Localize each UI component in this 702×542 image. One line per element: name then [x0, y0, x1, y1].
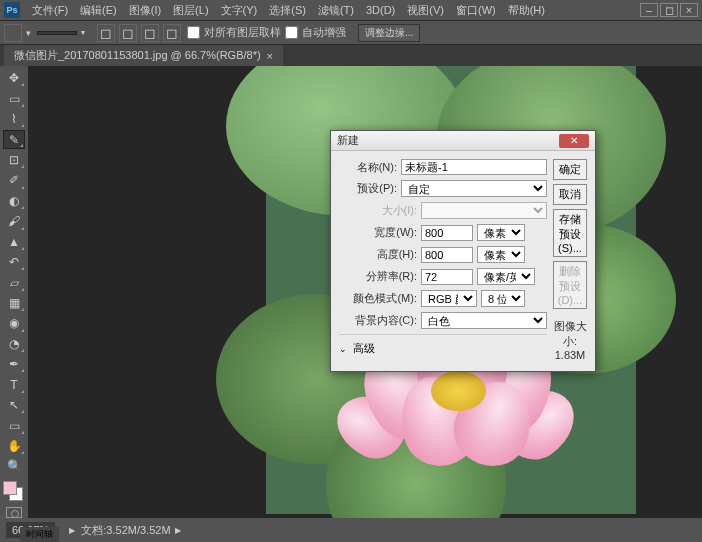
tools-panel: ✥ ▭ ⌇ ✎ ⊡ ✐ ◐ 🖌 ▲ ↶ ▱ ▦ ◉ ◔ ✒ T ↖ ▭ ✋ 🔍: [0, 66, 28, 518]
menubar: Ps 文件(F) 编辑(E) 图像(I) 图层(L) 文字(Y) 选择(S) 滤…: [0, 0, 702, 20]
background-select[interactable]: 白色: [421, 312, 547, 329]
sel-intersect-icon[interactable]: ◻: [163, 24, 181, 42]
image-size-label: 图像大小:: [553, 319, 587, 349]
brush-size-dropdown[interactable]: [37, 31, 77, 35]
current-tool-icon[interactable]: [4, 24, 22, 42]
document-tab[interactable]: 微信图片_20170801153801.jpg @ 66.7%(RGB/8*) …: [4, 45, 283, 66]
auto-enhance-label: 自动增强: [302, 25, 346, 40]
type-tool[interactable]: T: [3, 375, 25, 393]
menu-3d[interactable]: 3D(D): [360, 4, 401, 16]
refine-edge-button[interactable]: 调整边缘...: [358, 24, 420, 42]
ps-logo-icon: Ps: [4, 2, 20, 18]
dialog-title: 新建: [337, 133, 359, 148]
size-select: [421, 202, 547, 219]
menu-layer[interactable]: 图层(L): [167, 3, 214, 18]
color-mode-label: 颜色模式(M):: [339, 291, 417, 306]
width-input[interactable]: [421, 225, 473, 241]
height-input[interactable]: [421, 247, 473, 263]
preset-label: 预设(P):: [339, 181, 397, 196]
ok-button[interactable]: 确定: [553, 159, 587, 180]
document-tab-bar: 微信图片_20170801153801.jpg @ 66.7%(RGB/8*) …: [0, 44, 702, 66]
size-label: 大小(I):: [339, 203, 417, 218]
sel-sub-icon[interactable]: ◻: [141, 24, 159, 42]
brush-tool[interactable]: 🖌: [3, 212, 25, 230]
sel-add-icon[interactable]: ◻: [119, 24, 137, 42]
gradient-tool[interactable]: ▦: [3, 294, 25, 312]
preset-select[interactable]: 自定: [401, 180, 547, 197]
sample-all-layers-checkbox[interactable]: [187, 26, 200, 39]
marquee-tool[interactable]: ▭: [3, 89, 25, 107]
menu-help[interactable]: 帮助(H): [502, 3, 551, 18]
color-mode-select[interactable]: RGB 颜色: [421, 290, 477, 307]
pen-tool[interactable]: ✒: [3, 355, 25, 373]
bit-depth-select[interactable]: 8 位: [481, 290, 525, 307]
close-icon[interactable]: ×: [680, 3, 698, 17]
lasso-tool[interactable]: ⌇: [3, 110, 25, 128]
advanced-label[interactable]: 高级: [353, 341, 375, 356]
width-label: 宽度(W):: [339, 225, 417, 240]
menu-edit[interactable]: 编辑(E): [74, 3, 123, 18]
eraser-tool[interactable]: ▱: [3, 273, 25, 291]
save-preset-button[interactable]: 存储预设(S)...: [553, 209, 587, 257]
healing-brush-tool[interactable]: ◐: [3, 192, 25, 210]
move-tool[interactable]: ✥: [3, 69, 25, 87]
delete-preset-button: 删除预设(D)...: [553, 261, 587, 309]
shape-tool[interactable]: ▭: [3, 416, 25, 434]
menu-filter[interactable]: 滤镜(T): [312, 3, 360, 18]
status-bar: 66.67% ▶ 文档:3.52M/3.52M ▶: [0, 518, 702, 542]
resolution-input[interactable]: [421, 269, 473, 285]
sample-all-layers-label: 对所有图层取样: [204, 25, 281, 40]
document-tab-title: 微信图片_20170801153801.jpg @ 66.7%(RGB/8*): [14, 48, 261, 63]
name-label: 名称(N):: [339, 160, 397, 175]
document-info: 文档:3.52M/3.52M: [81, 523, 170, 538]
dodge-tool[interactable]: ◔: [3, 335, 25, 353]
timeline-tab[interactable]: 时间轴: [20, 527, 59, 542]
menu-image[interactable]: 图像(I): [123, 3, 167, 18]
tab-close-icon[interactable]: ×: [267, 50, 273, 62]
foreground-color-swatch[interactable]: [3, 481, 17, 495]
cancel-button[interactable]: 取消: [553, 184, 587, 205]
new-document-dialog: 新建 ✕ 名称(N): 预设(P): 自定 大小(I): 宽度(W): 像素: [330, 130, 596, 372]
width-unit-select[interactable]: 像素: [477, 224, 525, 241]
hand-tool[interactable]: ✋: [3, 437, 25, 455]
menu-type[interactable]: 文字(Y): [215, 3, 264, 18]
name-input[interactable]: [401, 159, 547, 175]
blur-tool[interactable]: ◉: [3, 314, 25, 332]
menu-file[interactable]: 文件(F): [26, 3, 74, 18]
quick-mask-icon[interactable]: [6, 507, 22, 518]
zoom-tool[interactable]: 🔍: [3, 457, 25, 475]
sel-new-icon[interactable]: ◻: [97, 24, 115, 42]
resolution-unit-select[interactable]: 像素/英寸: [477, 268, 535, 285]
menu-select[interactable]: 选择(S): [263, 3, 312, 18]
options-bar: ▾ ▾ ◻ ◻ ◻ ◻ 对所有图层取样 自动增强 调整边缘...: [0, 20, 702, 44]
advanced-toggle-icon[interactable]: ⌄: [339, 344, 347, 354]
auto-enhance-checkbox[interactable]: [285, 26, 298, 39]
clone-stamp-tool[interactable]: ▲: [3, 233, 25, 251]
info-dropdown-icon[interactable]: ▶: [175, 526, 181, 535]
dialog-titlebar[interactable]: 新建 ✕: [331, 131, 595, 151]
restore-icon[interactable]: ◻: [660, 3, 678, 17]
zoom-dropdown-icon[interactable]: ▶: [69, 526, 75, 535]
quick-selection-tool[interactable]: ✎: [3, 130, 25, 149]
background-label: 背景内容(C):: [339, 313, 417, 328]
minimize-icon[interactable]: –: [640, 3, 658, 17]
path-selection-tool[interactable]: ↖: [3, 396, 25, 414]
menu-window[interactable]: 窗口(W): [450, 3, 502, 18]
eyedropper-tool[interactable]: ✐: [3, 171, 25, 189]
menu-view[interactable]: 视图(V): [401, 3, 450, 18]
height-label: 高度(H):: [339, 247, 417, 262]
dialog-close-button[interactable]: ✕: [559, 134, 589, 148]
height-unit-select[interactable]: 像素: [477, 246, 525, 263]
image-size-value: 1.83M: [553, 349, 587, 361]
history-brush-tool[interactable]: ↶: [3, 253, 25, 271]
resolution-label: 分辨率(R):: [339, 269, 417, 284]
crop-tool[interactable]: ⊡: [3, 151, 25, 169]
color-swatches[interactable]: [3, 481, 25, 501]
